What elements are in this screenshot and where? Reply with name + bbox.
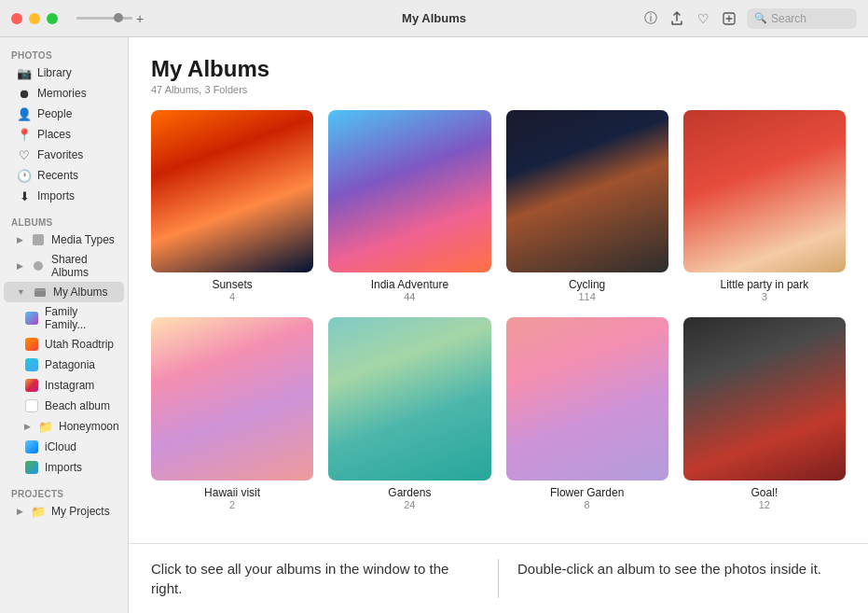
svg-point-2 xyxy=(34,261,43,271)
sidebar-item-my-projects[interactable]: ▶ 📁 My Projects xyxy=(4,501,124,522)
album-item-sunsets[interactable]: Sunsets 4 xyxy=(151,110,313,302)
share-icon[interactable] xyxy=(668,10,685,27)
library-icon: 📷 xyxy=(17,65,32,80)
sidebar-item-label: Honeymoon xyxy=(59,420,119,433)
album-item-cycling[interactable]: Cycling 114 xyxy=(506,110,668,302)
sidebar-item-imports2[interactable]: Imports xyxy=(4,457,124,478)
info-icon[interactable]: ⓘ xyxy=(642,10,659,27)
annotation-area: Click to see all your albums in the wind… xyxy=(129,543,868,613)
annotation-left: Click to see all your albums in the wind… xyxy=(151,559,499,598)
utah-album-icon xyxy=(24,337,39,352)
sidebar-item-library[interactable]: 📷 Library xyxy=(4,63,124,83)
media-types-icon xyxy=(31,232,46,247)
recents-icon: 🕐 xyxy=(17,168,32,183)
projects-section-label: Projects xyxy=(0,483,128,501)
titlebar: + My Albums ⓘ ♡ 🔍 Search xyxy=(0,0,868,37)
sidebar-item-label: Library xyxy=(37,66,72,79)
album-name: Gardens xyxy=(388,486,431,499)
album-thumbnail-little-party xyxy=(683,110,846,272)
main-layout: Photos 📷 Library ⏺ Memories 👤 People 📍 P… xyxy=(0,37,868,613)
sidebar-item-label: iCloud xyxy=(45,440,76,453)
sidebar-item-family[interactable]: Family Family... xyxy=(4,302,124,334)
people-icon: 👤 xyxy=(17,106,32,121)
zoom-plus-icon[interactable]: + xyxy=(136,12,144,25)
album-thumbnail-flower xyxy=(506,317,668,480)
sidebar-item-label: Recents xyxy=(37,169,78,182)
album-name: Goal! xyxy=(751,486,778,499)
sidebar-item-patagonia[interactable]: Patagonia xyxy=(4,355,124,375)
beach-album-icon xyxy=(24,398,39,413)
minimize-button[interactable] xyxy=(29,13,40,24)
sidebar-item-my-albums[interactable]: ▼ My Albums xyxy=(4,282,124,302)
sidebar-item-label: My Albums xyxy=(53,286,108,299)
sidebar-item-label: Utah Roadtrip xyxy=(45,338,114,351)
sidebar-item-utah[interactable]: Utah Roadtrip xyxy=(4,334,124,355)
sidebar-item-beach[interactable]: Beach album xyxy=(4,396,124,416)
zoom-slider[interactable] xyxy=(76,17,132,20)
shared-albums-icon xyxy=(31,258,46,273)
sidebar-item-label: Family Family... xyxy=(45,305,115,331)
album-name: Sunsets xyxy=(212,278,252,291)
heart-icon[interactable]: ♡ xyxy=(695,10,711,27)
album-count: 44 xyxy=(404,291,415,302)
window-controls xyxy=(11,13,58,24)
album-count: 4 xyxy=(229,291,235,302)
page-title: My Albums xyxy=(151,56,846,82)
album-count: 3 xyxy=(762,291,767,302)
svg-rect-1 xyxy=(33,234,44,245)
sidebar-item-places[interactable]: 📍 Places xyxy=(4,124,124,145)
search-box[interactable]: 🔍 Search xyxy=(747,8,857,29)
sidebar-item-label: Instagram xyxy=(45,379,94,392)
albums-section-label: Albums xyxy=(0,212,128,230)
sidebar-item-label: Media Types xyxy=(51,233,115,246)
sidebar-item-shared-albums[interactable]: ▶ Shared Albums xyxy=(4,250,124,282)
album-name: Hawaii visit xyxy=(204,486,260,499)
chevron-right-icon: ▶ xyxy=(24,422,31,431)
zoom-control: + xyxy=(76,12,144,25)
sidebar-item-label: Imports xyxy=(45,461,82,474)
album-count: 24 xyxy=(404,499,415,510)
chevron-right-icon: ▶ xyxy=(17,261,23,271)
svg-rect-3 xyxy=(34,288,46,297)
content-area: My Albums 47 Albums, 3 Folders Sunsets 4… xyxy=(129,37,868,543)
close-button[interactable] xyxy=(11,13,22,24)
album-item-hawaii[interactable]: Hawaii visit 2 xyxy=(151,317,313,509)
window-title: My Albums xyxy=(402,11,466,25)
album-grid: Sunsets 4 India Adventure 44 Cycling 114… xyxy=(151,110,846,510)
add-to-album-icon[interactable] xyxy=(721,10,737,27)
album-name: Cycling xyxy=(569,278,605,291)
patagonia-album-icon xyxy=(24,357,39,372)
album-item-gardens[interactable]: Gardens 24 xyxy=(328,317,490,509)
sidebar-item-favorites[interactable]: ♡ Favorites xyxy=(4,145,124,165)
sidebar-item-honeymoon[interactable]: ▶ 📁 Honeymoon xyxy=(4,416,124,437)
projects-icon: 📁 xyxy=(31,504,46,519)
sidebar-item-icloud[interactable]: iCloud xyxy=(4,437,124,457)
album-thumbnail-india xyxy=(328,110,490,272)
imports2-album-icon xyxy=(24,460,39,475)
sidebar-item-imports[interactable]: ⬇ Imports xyxy=(4,186,124,206)
memories-icon: ⏺ xyxy=(17,86,32,101)
chevron-down-icon: ▼ xyxy=(17,287,25,297)
photos-section-label: Photos xyxy=(0,45,128,63)
album-count: 12 xyxy=(759,499,770,510)
album-item-little-party[interactable]: Little party in park 3 xyxy=(683,110,846,302)
maximize-button[interactable] xyxy=(47,13,58,24)
sidebar-item-label: Memories xyxy=(37,87,87,100)
sidebar-item-label: Shared Albums xyxy=(51,253,115,279)
sidebar: Photos 📷 Library ⏺ Memories 👤 People 📍 P… xyxy=(0,37,129,613)
sidebar-item-memories[interactable]: ⏺ Memories xyxy=(4,83,124,104)
album-item-goal[interactable]: Goal! 12 xyxy=(683,317,846,509)
album-thumbnail-sunsets xyxy=(151,110,313,272)
album-item-india[interactable]: India Adventure 44 xyxy=(328,110,490,302)
album-item-flower[interactable]: Flower Garden 8 xyxy=(506,317,668,509)
sidebar-item-recents[interactable]: 🕐 Recents xyxy=(4,165,124,186)
album-thumbnail-gardens xyxy=(328,317,490,480)
sidebar-item-instagram[interactable]: Instagram xyxy=(4,375,124,396)
family-album-icon xyxy=(24,311,39,326)
sidebar-item-media-types[interactable]: ▶ Media Types xyxy=(4,230,124,250)
album-count: 8 xyxy=(585,499,590,510)
my-albums-icon xyxy=(33,285,48,300)
album-count: 2 xyxy=(229,499,235,510)
album-thumbnail-goal xyxy=(683,317,846,480)
sidebar-item-people[interactable]: 👤 People xyxy=(4,104,124,124)
